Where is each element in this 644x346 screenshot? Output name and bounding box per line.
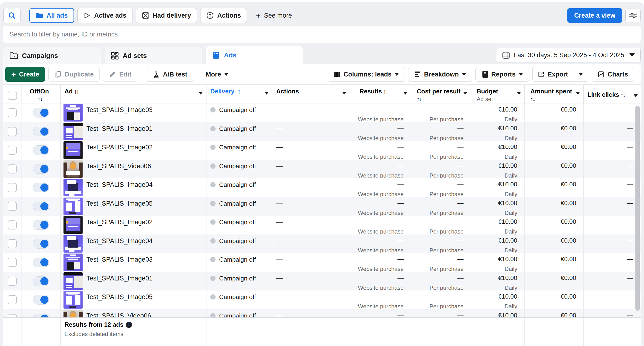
delivery-status-dot — [210, 276, 216, 281]
ad-name[interactable]: Test_SPALIS_Video06 — [86, 160, 151, 170]
chevron-down-icon[interactable] — [403, 92, 408, 95]
row-toggle[interactable] — [33, 145, 49, 155]
row-checkbox[interactable] — [8, 314, 17, 317]
ad-name[interactable]: Test_SPALIS_Video06 — [86, 310, 151, 318]
row-checkbox[interactable] — [8, 202, 17, 211]
adjust-views-button[interactable] — [626, 8, 641, 22]
header-actions[interactable]: Actions — [272, 85, 350, 103]
ad-name[interactable]: Test_SPALIS_Image04 — [86, 179, 152, 188]
row-toggle[interactable] — [33, 276, 49, 286]
header-link-clicks[interactable]: Link clicks↑↓ — [584, 85, 641, 103]
create-view-button[interactable]: Create a view — [568, 8, 622, 23]
charts-button[interactable]: Charts — [592, 67, 634, 82]
select-all-checkbox[interactable] — [8, 91, 17, 100]
row-checkbox[interactable] — [8, 295, 17, 304]
export-button[interactable]: Export — [532, 67, 573, 81]
sort-icon[interactable]: ↑↓ — [417, 96, 421, 102]
more-button[interactable]: More — [200, 67, 234, 82]
row-checkbox[interactable] — [8, 146, 17, 155]
filter-all-ads[interactable]: All ads — [29, 8, 74, 23]
ad-name[interactable]: Test_SPALIS_Image02 — [86, 216, 152, 226]
info-icon[interactable]: i — [126, 322, 132, 328]
ad-cell: Test_SPALIS_Image05 — [61, 291, 206, 309]
row-checkbox[interactable] — [8, 220, 17, 229]
amount-spent-cell: €0.00 — [525, 103, 584, 122]
ad-name[interactable]: Test_SPALIS_Image01 — [86, 123, 152, 133]
header-amount-spent[interactable]: Amount spent ↑↓ — [525, 85, 584, 103]
edit-button[interactable]: Edit — [103, 67, 137, 82]
row-checkbox[interactable] — [8, 277, 17, 286]
header-budget[interactable]: Budget Ad set — [471, 85, 525, 103]
chevron-down-icon[interactable] — [342, 92, 346, 95]
cost-sublabel: Per purchase — [430, 228, 464, 234]
chevron-down-icon[interactable] — [576, 92, 580, 95]
row-checkbox[interactable] — [8, 127, 17, 136]
row-toggle[interactable] — [33, 183, 49, 192]
ad-name[interactable]: Test_SPALIS_Image03 — [86, 254, 152, 263]
tab-ad-sets[interactable]: Ad sets — [104, 47, 202, 64]
table-row: Test_SPALIS_Image03Campaign off——Website… — [3, 253, 641, 272]
row-toggle[interactable] — [33, 127, 49, 136]
sort-icon[interactable]: ↑↓ — [383, 88, 388, 95]
filter-active-ads[interactable]: Active ads — [77, 8, 132, 23]
header-ad[interactable]: Ad↑↓ — [61, 85, 206, 103]
tab-campaigns[interactable]: Campaigns — [3, 47, 101, 64]
chevron-down-icon[interactable] — [463, 92, 467, 95]
row-checkbox[interactable] — [8, 183, 17, 192]
filter-had-delivery[interactable]: Had delivery — [136, 8, 197, 23]
row-toggle[interactable] — [33, 314, 49, 317]
ad-name[interactable]: Test_SPALIS_Image03 — [86, 104, 152, 114]
columns-button[interactable]: Columns: leads — [328, 67, 405, 82]
sort-icon[interactable]: ↑↓ — [530, 96, 535, 102]
header-cost-per-result[interactable]: Cost per result ↑↓ — [411, 85, 471, 103]
row-toggle[interactable] — [33, 258, 49, 267]
select-cell — [3, 309, 22, 318]
results-sublabel: Website purchase — [358, 285, 404, 291]
chevron-down-icon[interactable] — [634, 94, 638, 97]
row-toggle[interactable] — [33, 295, 49, 305]
header-off-on[interactable]: Off/On ↑↓ — [22, 85, 61, 103]
row-checkbox[interactable] — [8, 108, 17, 117]
ab-test-button[interactable]: A/B test — [147, 67, 193, 82]
header-select-all[interactable] — [3, 85, 22, 103]
ad-name[interactable]: Test_SPALIS_Image04 — [86, 235, 152, 245]
search-input[interactable] — [3, 26, 641, 43]
row-checkbox[interactable] — [8, 239, 17, 248]
row-toggle[interactable] — [33, 239, 49, 249]
header-results[interactable]: Results↑↓ — [350, 85, 411, 103]
sort-icon[interactable]: ↑↓ — [620, 92, 625, 98]
row-checkbox[interactable] — [8, 258, 17, 267]
row-toggle[interactable] — [33, 108, 49, 118]
row-checkbox[interactable] — [8, 165, 17, 173]
vertical-scrollbar[interactable] — [636, 106, 640, 311]
chevron-down-icon[interactable] — [198, 92, 203, 95]
date-range-button[interactable]: Last 30 days: 5 Sep 2025 - 4 Oct 2025 — [496, 48, 641, 62]
create-button[interactable]: + Create — [5, 67, 45, 82]
summary-cell — [22, 318, 61, 346]
row-toggle[interactable] — [33, 164, 49, 174]
export-options-button[interactable] — [573, 67, 588, 81]
sort-asc-icon[interactable]: ↑ — [238, 87, 241, 95]
tab-ads[interactable]: Ads — [206, 46, 303, 64]
filter-actions[interactable]: Actions — [200, 8, 247, 23]
ad-name[interactable]: Test_SPALIS_Image01 — [86, 272, 152, 282]
see-more-button[interactable]: + See more — [250, 8, 298, 23]
budget-cell: €10.00Daily — [471, 197, 525, 216]
ad-name[interactable]: Test_SPALIS_Image05 — [86, 197, 152, 207]
breakdown-button[interactable]: Breakdown — [408, 67, 472, 82]
sort-icon[interactable]: ↑↓ — [74, 88, 78, 95]
duplicate-button[interactable]: Duplicate — [48, 67, 100, 82]
cost-per-result-cell: —Per purchase — [411, 197, 471, 216]
ad-name[interactable]: Test_SPALIS_Image05 — [86, 291, 152, 301]
ad-name[interactable]: Test_SPALIS_Image02 — [86, 141, 152, 151]
chevron-down-icon[interactable] — [517, 92, 521, 95]
reports-button[interactable]: Reports — [476, 67, 529, 82]
delivery-status-dot — [210, 182, 216, 187]
row-toggle[interactable] — [33, 220, 49, 230]
header-delivery[interactable]: Delivery ↑ — [206, 85, 272, 103]
cost-value: — — [457, 293, 464, 300]
chevron-down-icon[interactable] — [264, 92, 269, 95]
sort-icon[interactable]: ↑↓ — [38, 95, 42, 103]
row-toggle[interactable] — [33, 202, 49, 211]
search-filter-button[interactable] — [3, 8, 20, 23]
